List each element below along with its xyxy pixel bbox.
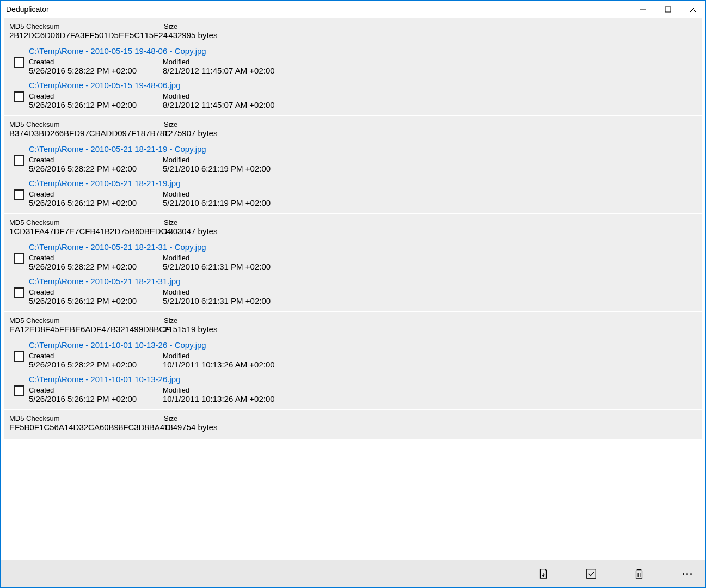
created-label: Created	[29, 156, 156, 164]
close-icon	[690, 6, 696, 13]
size-label: Size	[164, 120, 697, 128]
created-label: Created	[29, 386, 156, 394]
created-label: Created	[29, 58, 156, 66]
modified-value: 10/1/2011 10:13:26 AM +02:00	[163, 360, 697, 369]
created-value: 5/26/2016 5:26:12 PM +02:00	[29, 296, 156, 305]
md5-value: EF5B0F1C56A14D32CA60B98FC3D8BA4C	[9, 422, 157, 432]
window-title: Deduplicator	[6, 5, 49, 14]
more-button[interactable]	[674, 561, 700, 587]
checkbox-checked-icon	[585, 568, 597, 580]
group-header: MD5 ChecksumB374D3BD266BFD97CBADD097F187…	[9, 120, 697, 138]
file-checkbox[interactable]	[14, 91, 24, 102]
modified-label: Modified	[163, 156, 697, 164]
file-path-link[interactable]: C:\Temp\Rome - 2010-05-21 18-21-31 - Cop…	[29, 242, 697, 252]
file-row: C:\Temp\Rome - 2010-05-15 19-48-06 - Cop…	[9, 43, 697, 77]
app-window: Deduplicator MD5 Checksum2B12DC6D06D7FA3…	[0, 0, 706, 588]
file-path-link[interactable]: C:\Temp\Rome - 2010-05-21 18-21-31.jpg	[29, 277, 697, 286]
file-row: C:\Temp\Rome - 2010-05-21 18-21-31 - Cop…	[9, 239, 697, 273]
document-arrow-icon	[537, 568, 549, 580]
group-header: MD5 ChecksumEA12ED8F45FEBE6ADF47B321499D…	[9, 316, 697, 334]
file-path-link[interactable]: C:\Temp\Rome - 2011-10-01 10-13-26.jpg	[29, 375, 697, 384]
svg-rect-1	[665, 7, 671, 12]
modified-value: 10/1/2011 10:13:26 AM +02:00	[163, 394, 697, 403]
size-value: 1849754 bytes	[164, 422, 697, 432]
minimize-button[interactable]	[630, 1, 655, 18]
file-checkbox[interactable]	[14, 155, 24, 166]
md5-value: EA12ED8F45FEBE6ADF47B321499D8BCF	[9, 324, 157, 334]
duplicate-group: MD5 ChecksumB374D3BD266BFD97CBADD097F187…	[4, 116, 702, 213]
file-checkbox[interactable]	[14, 189, 24, 200]
file-path-link[interactable]: C:\Temp\Rome - 2011-10-01 10-13-26 - Cop…	[29, 340, 697, 350]
file-row: C:\Temp\Rome - 2011-10-01 10-13-26 - Cop…	[9, 337, 697, 371]
duplicate-group: MD5 Checksum1CD31FA47DF7E7CFB41B2D75B60B…	[4, 214, 702, 311]
file-checkbox[interactable]	[14, 57, 24, 68]
file-checkbox[interactable]	[14, 253, 24, 264]
md5-value: B374D3BD266BFD97CBADD097F187B78C	[9, 128, 157, 138]
duplicate-group: MD5 ChecksumEA12ED8F45FEBE6ADF47B321499D…	[4, 312, 702, 409]
file-path-link[interactable]: C:\Temp\Rome - 2010-05-15 19-48-06 - Cop…	[29, 46, 697, 56]
ellipsis-icon	[683, 573, 692, 575]
svg-rect-4	[587, 569, 596, 579]
file-path-link[interactable]: C:\Temp\Rome - 2010-05-21 18-21-19 - Cop…	[29, 144, 697, 154]
size-label: Size	[164, 22, 697, 30]
created-label: Created	[29, 288, 156, 296]
size-value: 1432995 bytes	[164, 30, 697, 40]
modified-label: Modified	[163, 58, 697, 66]
trash-icon	[633, 568, 645, 580]
rescan-button[interactable]	[530, 561, 556, 587]
modified-label: Modified	[163, 288, 697, 296]
file-checkbox[interactable]	[14, 287, 24, 298]
file-row: C:\Temp\Rome - 2010-05-21 18-21-19.jpgCr…	[9, 175, 697, 210]
modified-value: 8/21/2012 11:45:07 AM +02:00	[163, 66, 697, 75]
modified-label: Modified	[163, 254, 697, 262]
created-label: Created	[29, 92, 156, 100]
modified-label: Modified	[163, 352, 697, 360]
maximize-button[interactable]	[655, 1, 680, 18]
duplicate-group: MD5 Checksum2B12DC6D06D7FA3FF501D5EE5C11…	[4, 18, 702, 115]
duplicate-groups-list[interactable]: MD5 Checksum2B12DC6D06D7FA3FF501D5EE5C11…	[1, 18, 705, 560]
modified-label: Modified	[163, 92, 697, 100]
created-value: 5/26/2016 5:28:22 PM +02:00	[29, 164, 156, 173]
size-value: 1303047 bytes	[164, 226, 697, 236]
size-value: 1275907 bytes	[164, 128, 697, 138]
file-path-link[interactable]: C:\Temp\Rome - 2010-05-21 18-21-19.jpg	[29, 179, 697, 188]
file-row: C:\Temp\Rome - 2010-05-21 18-21-19 - Cop…	[9, 141, 697, 175]
modified-value: 8/21/2012 11:45:07 AM +02:00	[163, 100, 697, 109]
delete-button[interactable]	[626, 561, 652, 587]
size-label: Size	[164, 218, 697, 226]
created-value: 5/26/2016 5:28:22 PM +02:00	[29, 360, 156, 369]
created-label: Created	[29, 254, 156, 262]
size-label: Size	[164, 414, 697, 422]
group-header: MD5 Checksum1CD31FA47DF7E7CFB41B2D75B60B…	[9, 218, 697, 236]
size-value: 2151519 bytes	[164, 324, 697, 334]
group-header: MD5 Checksum2B12DC6D06D7FA3FF501D5EE5C11…	[9, 22, 697, 40]
file-row: C:\Temp\Rome - 2010-05-15 19-48-06.jpgCr…	[9, 77, 697, 112]
md5-label: MD5 Checksum	[9, 414, 157, 422]
file-path-link[interactable]: C:\Temp\Rome - 2010-05-15 19-48-06.jpg	[29, 81, 697, 90]
file-row: C:\Temp\Rome - 2011-10-01 10-13-26.jpgCr…	[9, 371, 697, 406]
maximize-icon	[665, 6, 671, 13]
created-value: 5/26/2016 5:28:22 PM +02:00	[29, 66, 156, 75]
md5-label: MD5 Checksum	[9, 22, 157, 30]
md5-value: 2B12DC6D06D7FA3FF501D5EE5C115F24	[9, 30, 157, 40]
duplicate-group: MD5 ChecksumEF5B0F1C56A14D32CA60B98FC3D8…	[4, 410, 702, 439]
close-button[interactable]	[680, 1, 705, 18]
modified-value: 5/21/2010 6:21:19 PM +02:00	[163, 164, 697, 173]
select-all-button[interactable]	[578, 561, 604, 587]
created-value: 5/26/2016 5:26:12 PM +02:00	[29, 394, 156, 403]
md5-label: MD5 Checksum	[9, 316, 157, 324]
command-bar	[1, 560, 705, 587]
window-controls	[630, 1, 705, 18]
created-value: 5/26/2016 5:26:12 PM +02:00	[29, 198, 156, 207]
created-label: Created	[29, 352, 156, 360]
file-checkbox[interactable]	[14, 385, 24, 396]
titlebar: Deduplicator	[1, 1, 705, 18]
created-value: 5/26/2016 5:26:12 PM +02:00	[29, 100, 156, 109]
modified-value: 5/21/2010 6:21:19 PM +02:00	[163, 198, 697, 207]
file-checkbox[interactable]	[14, 351, 24, 362]
modified-value: 5/21/2010 6:21:31 PM +02:00	[163, 296, 697, 305]
minimize-icon	[640, 6, 646, 13]
modified-value: 5/21/2010 6:21:31 PM +02:00	[163, 262, 697, 271]
md5-label: MD5 Checksum	[9, 120, 157, 128]
md5-label: MD5 Checksum	[9, 218, 157, 226]
